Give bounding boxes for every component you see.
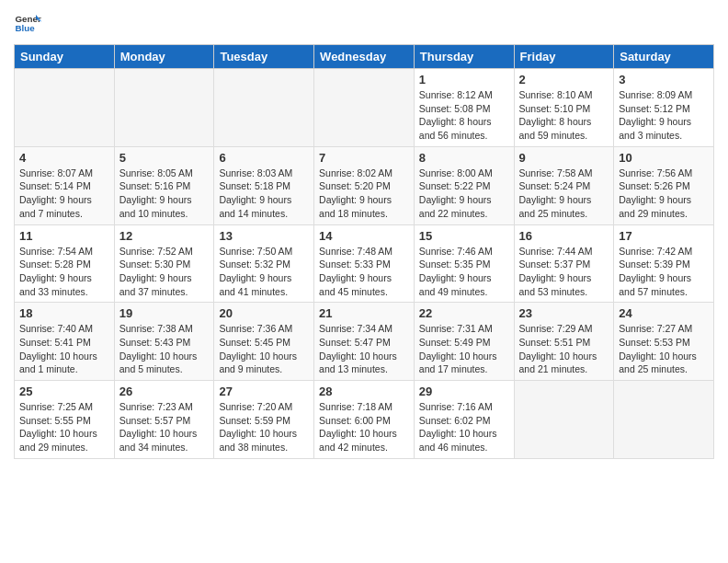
day-info-line: Sunset: 5:28 PM [19,258,109,271]
calendar-cell [314,69,415,147]
calendar-cell: 2Sunrise: 8:10 AMSunset: 5:10 PMDaylight… [514,69,614,147]
day-info: Sunrise: 7:29 AMSunset: 5:51 PMDaylight:… [519,322,609,376]
day-info: Sunrise: 7:31 AMSunset: 5:49 PMDaylight:… [419,322,509,376]
day-number: 9 [519,151,609,165]
day-info: Sunrise: 7:38 AMSunset: 5:43 PMDaylight:… [119,322,210,376]
day-number: 21 [319,306,409,320]
day-info-line: Sunset: 5:14 PM [19,179,109,193]
day-info: Sunrise: 7:25 AMSunset: 5:55 PMDaylight:… [19,400,109,454]
calendar-cell: 10Sunrise: 7:56 AMSunset: 5:26 PMDayligh… [614,146,714,224]
day-info-line: Sunset: 5:55 PM [19,414,109,428]
day-info-line: Daylight: 10 hours and 46 minutes. [419,427,509,454]
calendar-cell: 28Sunrise: 7:18 AMSunset: 6:00 PMDayligh… [314,381,415,459]
day-info: Sunrise: 8:12 AMSunset: 5:08 PMDaylight:… [419,88,509,143]
day-number: 11 [19,229,109,243]
day-info-line: Sunrise: 7:42 AM [619,245,709,259]
calendar-week-row: 4Sunrise: 8:07 AMSunset: 5:14 PMDaylight… [15,146,714,224]
day-info: Sunrise: 7:58 AMSunset: 5:24 PMDaylight:… [519,167,609,221]
weekday-header: Monday [114,45,214,69]
calendar-cell: 12Sunrise: 7:52 AMSunset: 5:30 PMDayligh… [114,224,214,303]
weekday-header: Thursday [414,45,514,69]
day-info-line: Sunset: 6:02 PM [419,414,509,428]
day-info-line: Sunrise: 7:16 AM [419,400,509,414]
day-number: 3 [619,73,709,86]
day-info-line: Sunrise: 7:27 AM [619,322,709,336]
day-info-line: Sunrise: 7:23 AM [119,400,210,414]
day-info-line: Sunrise: 8:03 AM [219,167,309,180]
day-info-line: Sunrise: 7:48 AM [319,245,409,259]
day-info-line: Daylight: 10 hours and 29 minutes. [19,427,109,454]
day-info-line: Sunrise: 7:31 AM [419,322,509,336]
day-info: Sunrise: 7:23 AMSunset: 5:57 PMDaylight:… [119,400,210,454]
day-info-line: Sunrise: 8:09 AM [619,88,709,102]
calendar-cell: 26Sunrise: 7:23 AMSunset: 5:57 PMDayligh… [114,381,214,459]
day-info-line: Daylight: 10 hours and 5 minutes. [119,350,210,376]
day-number: 29 [419,385,509,398]
day-info-line: Sunset: 5:57 PM [119,414,210,428]
calendar-cell: 11Sunrise: 7:54 AMSunset: 5:28 PMDayligh… [15,224,115,303]
day-number: 27 [219,385,309,398]
day-info-line: Sunset: 5:59 PM [219,414,309,428]
logo-icon: General Blue [14,9,41,37]
day-info-line: Sunset: 5:41 PM [19,336,109,350]
day-info-line: Sunrise: 8:02 AM [319,167,409,180]
day-info-line: Sunrise: 7:52 AM [119,245,210,259]
day-info-line: Daylight: 9 hours and 14 minutes. [219,193,309,220]
weekday-header: Sunday [15,45,115,69]
day-info-line: Sunset: 5:20 PM [319,179,409,193]
day-info-line: Sunset: 5:51 PM [519,336,609,350]
calendar-cell: 18Sunrise: 7:40 AMSunset: 5:41 PMDayligh… [15,303,115,381]
day-info-line: Sunrise: 7:56 AM [619,167,709,180]
day-info-line: Sunset: 5:18 PM [219,179,309,193]
svg-text:Blue: Blue [16,23,36,33]
day-info-line: Sunset: 5:32 PM [219,258,309,271]
day-info: Sunrise: 7:16 AMSunset: 6:02 PMDaylight:… [419,400,509,454]
day-info-line: Daylight: 9 hours and 45 minutes. [319,271,409,298]
calendar-week-row: 18Sunrise: 7:40 AMSunset: 5:41 PMDayligh… [15,303,714,381]
day-info-line: Daylight: 10 hours and 13 minutes. [319,350,409,376]
logo: General Blue [14,9,45,37]
day-info-line: Sunrise: 7:58 AM [519,167,609,180]
day-info: Sunrise: 7:40 AMSunset: 5:41 PMDaylight:… [19,322,109,376]
day-info-line: Sunrise: 7:18 AM [319,400,409,414]
day-info-line: Sunrise: 7:36 AM [219,322,309,336]
day-info-line: Sunset: 5:43 PM [119,336,210,350]
day-info-line: Sunset: 5:53 PM [619,336,709,350]
day-info-line: Sunset: 5:37 PM [519,258,609,271]
day-info: Sunrise: 7:20 AMSunset: 5:59 PMDaylight:… [219,400,309,454]
day-info-line: Sunset: 5:49 PM [419,336,509,350]
day-number: 6 [219,151,309,165]
day-number: 13 [219,229,309,243]
day-info-line: Daylight: 9 hours and 53 minutes. [519,271,609,298]
day-info: Sunrise: 7:36 AMSunset: 5:45 PMDaylight:… [219,322,309,376]
calendar-cell: 25Sunrise: 7:25 AMSunset: 5:55 PMDayligh… [15,381,115,459]
calendar-cell: 7Sunrise: 8:02 AMSunset: 5:20 PMDaylight… [314,146,415,224]
calendar-header-row: SundayMondayTuesdayWednesdayThursdayFrid… [15,45,714,69]
day-info-line: Sunrise: 7:20 AM [219,400,309,414]
day-info-line: Daylight: 9 hours and 3 minutes. [619,115,709,142]
day-info-line: Daylight: 9 hours and 25 minutes. [519,193,609,220]
weekday-header: Wednesday [314,45,415,69]
calendar-cell [214,69,314,147]
day-info-line: Sunrise: 7:25 AM [19,400,109,414]
calendar-cell: 1Sunrise: 8:12 AMSunset: 5:08 PMDaylight… [414,69,514,147]
day-info-line: Sunset: 5:35 PM [419,258,509,271]
day-number: 5 [119,151,210,165]
day-info-line: Sunrise: 7:50 AM [219,245,309,259]
day-info-line: Sunset: 5:47 PM [319,336,409,350]
day-info-line: Daylight: 9 hours and 49 minutes. [419,271,509,298]
day-number: 16 [519,229,609,243]
calendar-cell: 15Sunrise: 7:46 AMSunset: 5:35 PMDayligh… [414,224,514,303]
calendar-cell: 14Sunrise: 7:48 AMSunset: 5:33 PMDayligh… [314,224,415,303]
calendar-table: SundayMondayTuesdayWednesdayThursdayFrid… [14,44,714,459]
day-info-line: Daylight: 9 hours and 10 minutes. [119,193,210,220]
day-info-line: Sunrise: 7:34 AM [319,322,409,336]
day-info-line: Sunrise: 8:05 AM [119,167,210,180]
day-info-line: Sunrise: 8:00 AM [419,167,509,180]
day-info: Sunrise: 7:52 AMSunset: 5:30 PMDaylight:… [119,245,210,299]
calendar-cell: 27Sunrise: 7:20 AMSunset: 5:59 PMDayligh… [214,381,314,459]
day-info-line: Daylight: 8 hours and 56 minutes. [419,115,509,142]
day-info: Sunrise: 7:54 AMSunset: 5:28 PMDaylight:… [19,245,109,299]
day-info: Sunrise: 7:48 AMSunset: 5:33 PMDaylight:… [319,245,409,299]
day-info-line: Daylight: 10 hours and 1 minute. [19,350,109,376]
